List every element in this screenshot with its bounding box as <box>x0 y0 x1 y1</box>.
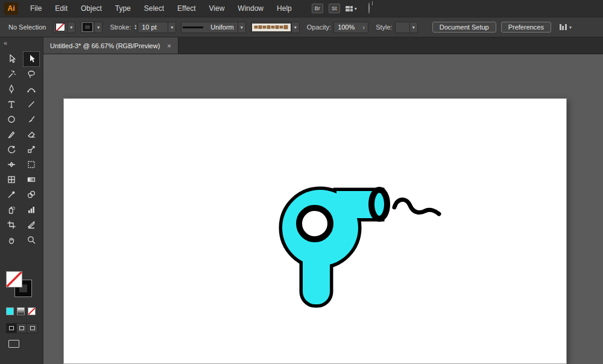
fill-none-swatch[interactable] <box>55 23 65 31</box>
gradient-tool[interactable] <box>24 172 39 187</box>
pen-tool[interactable] <box>4 82 19 96</box>
menu-effect[interactable]: Effect <box>171 0 202 17</box>
stroke-weight-select[interactable]: 10 pt ▾ <box>137 22 176 33</box>
mesh-icon <box>7 175 16 184</box>
eraser-tool[interactable] <box>24 127 39 142</box>
rotate-icon <box>7 145 16 154</box>
collapse-panel-icon[interactable]: « <box>0 37 43 52</box>
gradient-swatch[interactable] <box>17 307 25 315</box>
curvature-icon <box>27 84 36 94</box>
style-label: Style: <box>376 24 393 31</box>
document-setup-button[interactable]: Document Setup <box>432 22 496 33</box>
free-transform-icon <box>27 160 36 169</box>
line-segment-icon <box>27 99 36 109</box>
width-tool[interactable] <box>4 157 19 172</box>
opacity-field[interactable]: 100% › <box>333 22 368 33</box>
chevron-down-icon[interactable]: ▾ <box>168 22 175 33</box>
symbol-sprayer-tool[interactable] <box>4 202 19 217</box>
paintbrush-tool[interactable] <box>24 112 39 127</box>
column-graph-tool[interactable] <box>24 202 39 217</box>
mesh-tool[interactable] <box>4 172 19 187</box>
stock-button[interactable]: St <box>329 4 340 13</box>
menu-window[interactable]: Window <box>231 0 270 17</box>
stroke-swatch[interactable] <box>83 23 92 31</box>
draw-inside-button[interactable] <box>27 324 37 333</box>
gpu-performance-button[interactable] <box>368 3 370 14</box>
canvas-area[interactable] <box>43 54 603 364</box>
screen-mode-button[interactable] <box>8 340 19 348</box>
submenu-arrow-icon[interactable]: › <box>359 24 368 31</box>
dryer-cord <box>394 199 439 214</box>
magic-wand-tool[interactable] <box>4 67 19 81</box>
document-tab-strip: Untitled-3* @ 66.67% (RGB/Preview) × <box>43 37 603 54</box>
charcoal-brush-icon <box>254 24 289 30</box>
hair-dryer-artwork <box>43 54 603 364</box>
scale-tool[interactable] <box>24 142 39 157</box>
draw-normal-button[interactable] <box>7 324 17 333</box>
chevron-down-icon[interactable]: ▾ <box>67 22 75 33</box>
pencil-icon <box>7 130 16 139</box>
blend-tool[interactable] <box>24 187 39 202</box>
chevron-down-icon[interactable]: ▾ <box>569 25 572 30</box>
brush-definition-select[interactable]: ▾ <box>251 22 300 33</box>
scale-icon <box>27 145 36 154</box>
zoom-icon <box>27 235 36 245</box>
eyedropper-tool[interactable] <box>4 187 19 202</box>
illustrator-logo: Ai <box>4 2 18 15</box>
menu-help[interactable]: Help <box>270 0 298 17</box>
zoom-tool[interactable] <box>24 233 39 247</box>
preferences-button[interactable]: Preferences <box>501 22 551 33</box>
menu-type[interactable]: Type <box>109 0 137 17</box>
chevron-down-icon[interactable]: ▾ <box>238 22 245 33</box>
bridge-button[interactable]: Br <box>312 4 323 13</box>
fill-control[interactable]: ▾ <box>53 22 75 33</box>
free-transform-tool[interactable] <box>24 157 39 172</box>
workspace-switcher[interactable]: ▾ <box>346 6 357 11</box>
line-segment-tool[interactable] <box>24 97 39 111</box>
variable-width-profile-select[interactable]: Uniform ▾ <box>181 22 246 33</box>
artboard-tool[interactable] <box>4 218 19 232</box>
lasso-icon <box>27 69 36 79</box>
fill-indicator-none[interactable] <box>6 271 22 287</box>
gradient-icon <box>27 175 36 184</box>
slice-icon <box>27 220 36 230</box>
close-tab-icon[interactable]: × <box>167 42 171 49</box>
align-panel-icon[interactable] <box>560 24 567 30</box>
menu-file[interactable]: File <box>24 0 48 17</box>
column-graph-icon <box>27 205 36 215</box>
slice-tool[interactable] <box>24 218 39 232</box>
direct-selection-tool[interactable] <box>4 52 19 66</box>
chevron-down-icon[interactable]: ▾ <box>94 22 102 33</box>
stroke-weight-stepper[interactable]: ▴ ▾ <box>134 24 136 30</box>
curvature-tool[interactable] <box>24 82 39 96</box>
stepper-down-icon[interactable]: ▾ <box>134 27 136 30</box>
menu-object[interactable]: Object <box>74 0 109 17</box>
paintbrush-icon <box>27 115 36 124</box>
ellipse-tool[interactable] <box>4 112 19 127</box>
chevron-down-icon[interactable]: ▾ <box>291 22 299 33</box>
type-tool[interactable] <box>4 97 19 111</box>
selection-status: No Selection <box>8 24 46 31</box>
blend-icon <box>27 190 36 199</box>
none-swatch[interactable] <box>28 307 36 315</box>
menu-edit[interactable]: Edit <box>48 0 74 17</box>
lasso-tool[interactable] <box>24 67 39 81</box>
draw-behind-button[interactable] <box>17 324 27 333</box>
direct-selection-icon <box>7 54 16 64</box>
color-swatch-cyan[interactable] <box>6 307 14 315</box>
type-icon <box>7 99 16 109</box>
menubar: Ai File Edit Object Type Select Effect V… <box>0 0 603 17</box>
selection-tool[interactable] <box>24 52 39 66</box>
tool-grid <box>0 52 43 247</box>
hand-tool[interactable] <box>4 233 19 247</box>
graphic-style-select[interactable]: ▾ <box>395 22 418 33</box>
menu-view[interactable]: View <box>203 0 232 17</box>
rotate-tool[interactable] <box>4 142 19 157</box>
menu-select[interactable]: Select <box>137 0 171 17</box>
fill-stroke-indicator[interactable] <box>6 271 35 299</box>
pencil-tool[interactable] <box>4 127 19 142</box>
stroke-color-control[interactable]: ▾ <box>80 22 103 33</box>
document-tab[interactable]: Untitled-3* @ 66.67% (RGB/Preview) × <box>43 37 178 54</box>
magic-wand-icon <box>7 69 16 79</box>
chevron-down-icon[interactable]: ▾ <box>409 22 417 33</box>
